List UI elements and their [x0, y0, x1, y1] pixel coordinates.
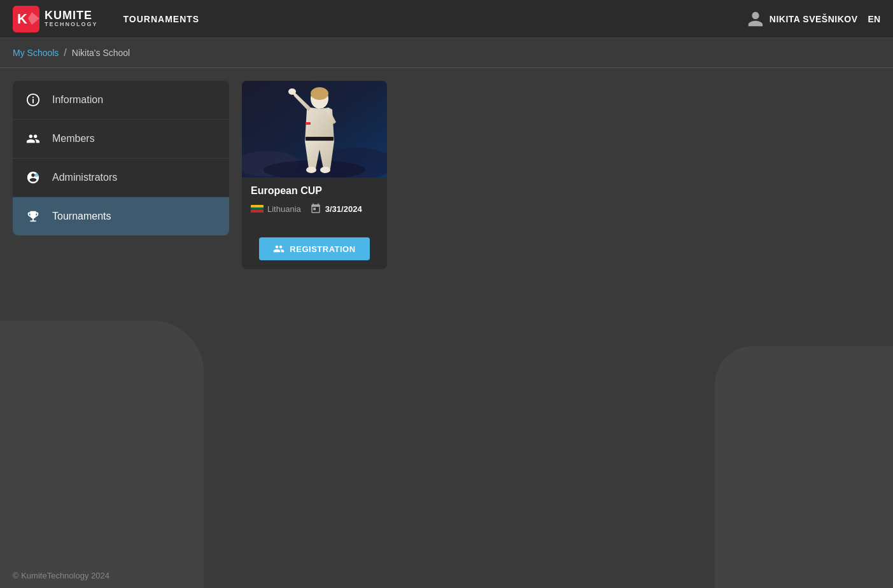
trophy-icon — [25, 209, 41, 224]
registration-btn-label: REGISTRATION — [290, 244, 355, 254]
svg-point-12 — [311, 87, 328, 100]
tournament-card: European CUP Lithuania — [242, 81, 387, 269]
svg-point-17 — [320, 167, 330, 173]
tournament-location: Lithuania — [251, 204, 301, 214]
lithuania-flag — [251, 205, 264, 213]
tournament-title: European CUP — [251, 185, 378, 197]
breadcrumb-separator: / — [64, 47, 66, 59]
user-name: NIKITA SVEŠNIKOV — [770, 14, 858, 24]
breadcrumb-my-schools[interactable]: My Schools — [13, 48, 59, 58]
sidebar-item-tournaments[interactable]: Tournaments — [13, 197, 229, 235]
svg-rect-15 — [306, 122, 311, 125]
logo-kumite: KUMITE — [45, 10, 98, 22]
sidebar-administrators-label: Administrators — [52, 172, 117, 183]
logo-icon: K — [13, 6, 39, 32]
breadcrumb: My Schools / Nikita's School — [0, 38, 893, 68]
header-right: NIKITA SVEŠNIKOV EN — [747, 10, 880, 28]
header-left: K KUMITE TECHNOLOGY TOURNAMENTS — [13, 6, 199, 32]
sidebar-item-members[interactable]: Members — [13, 120, 229, 158]
registration-button[interactable]: REGISTRATION — [259, 237, 369, 260]
logo-text: KUMITE TECHNOLOGY — [45, 10, 98, 29]
sidebar-information-label: Information — [52, 94, 103, 106]
karate-athlete-image — [242, 81, 387, 178]
info-icon — [25, 92, 41, 108]
nav-tournaments-link[interactable]: TOURNAMENTS — [123, 14, 200, 24]
card-footer: REGISTRATION — [242, 231, 387, 269]
header: K KUMITE TECHNOLOGY TOURNAMENTS NIKITA S… — [0, 0, 893, 38]
svg-rect-13 — [306, 137, 334, 141]
footer: © KumiteTechnology 2024 — [0, 563, 893, 588]
main-content: Information Members Administrators Tourn… — [0, 68, 893, 563]
sidebar-tournaments-label: Tournaments — [52, 211, 111, 222]
svg-point-5 — [32, 97, 34, 98]
card-image — [242, 81, 387, 178]
svg-point-6 — [35, 174, 39, 178]
members-icon — [25, 131, 41, 146]
sidebar-item-information[interactable]: Information — [13, 81, 229, 120]
registration-icon — [273, 243, 285, 255]
user-info[interactable]: NIKITA SVEŠNIKOV — [747, 10, 858, 28]
sidebar-members-label: Members — [52, 133, 95, 144]
logo-technology: TECHNOLOGY — [45, 22, 98, 28]
language-selector[interactable]: EN — [868, 14, 880, 24]
tournament-date-value: 3/31/2024 — [325, 204, 362, 214]
svg-point-14 — [288, 88, 296, 95]
logo[interactable]: K KUMITE TECHNOLOGY — [13, 6, 98, 32]
card-meta: Lithuania 3/31/2024 — [251, 203, 378, 214]
user-avatar-icon — [747, 10, 764, 28]
tournament-country: Lithuania — [267, 204, 301, 214]
tournament-date: 3/31/2024 — [310, 203, 362, 214]
sidebar-item-administrators[interactable]: Administrators — [13, 158, 229, 197]
sidebar: Information Members Administrators Tourn… — [13, 81, 229, 235]
footer-text: © KumiteTechnology 2024 — [13, 571, 109, 580]
breadcrumb-current: Nikita's School — [72, 48, 130, 58]
content-area: European CUP Lithuania — [242, 81, 880, 550]
administrators-icon — [25, 170, 41, 185]
svg-text:K: K — [17, 11, 27, 27]
calendar-icon — [310, 203, 321, 214]
card-body: European CUP Lithuania — [242, 178, 387, 231]
svg-point-16 — [306, 167, 316, 173]
